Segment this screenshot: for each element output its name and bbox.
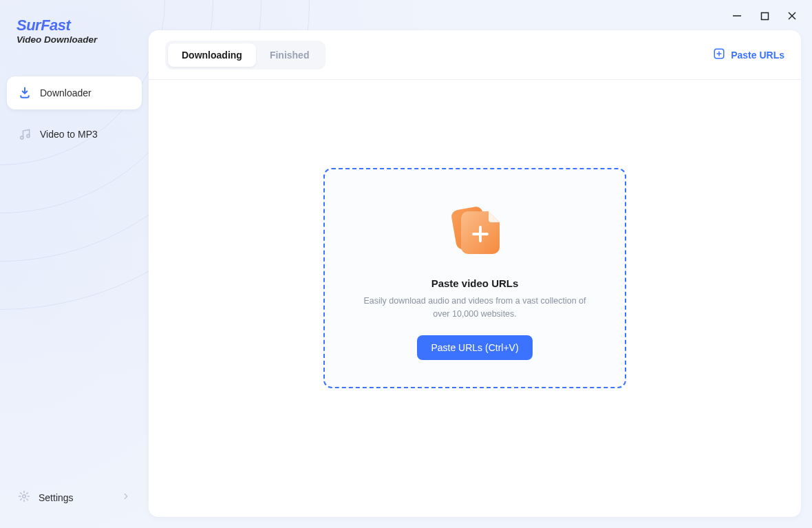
nav-list: Downloader Video to MP3 xyxy=(7,76,142,151)
minimize-icon[interactable] xyxy=(731,10,743,22)
svg-rect-1 xyxy=(761,12,768,19)
paste-urls-label: Paste URLs xyxy=(731,50,784,61)
brand-subtitle: Video Downloader xyxy=(17,34,132,45)
chevron-right-icon xyxy=(121,492,131,503)
music-note-icon xyxy=(18,127,32,141)
add-file-icon xyxy=(440,196,509,265)
tab-finished[interactable]: Finished xyxy=(256,43,323,67)
window-controls xyxy=(731,10,798,22)
content-area: Paste video URLs Easily download audio a… xyxy=(149,80,801,517)
plus-square-icon xyxy=(713,47,725,62)
paste-urls-button[interactable]: Paste URLs xyxy=(713,47,784,62)
gear-icon xyxy=(18,490,30,505)
sidebar-footer: Settings xyxy=(7,479,142,517)
dropzone-title: Paste video URLs xyxy=(431,277,519,289)
settings-button[interactable]: Settings xyxy=(8,483,140,511)
tab-downloading[interactable]: Downloading xyxy=(168,43,256,67)
main-panel: Downloading Finished Paste URLs xyxy=(149,30,801,517)
svg-point-5 xyxy=(27,134,30,137)
svg-point-6 xyxy=(23,495,26,498)
maximize-icon[interactable] xyxy=(758,10,771,22)
dropzone-description: Easily download audio and videos from a … xyxy=(358,295,592,321)
svg-point-4 xyxy=(21,136,23,139)
settings-label: Settings xyxy=(39,492,74,503)
sidebar: SurFast Video Downloader Downloader Vide… xyxy=(0,0,149,528)
paste-urls-primary-button[interactable]: Paste URLs (Ctrl+V) xyxy=(417,335,532,360)
download-icon xyxy=(18,86,32,100)
brand: SurFast Video Downloader xyxy=(7,11,142,60)
sidebar-item-downloader[interactable]: Downloader xyxy=(7,76,142,109)
dropzone[interactable]: Paste video URLs Easily download audio a… xyxy=(323,168,626,388)
topbar: Downloading Finished Paste URLs xyxy=(149,30,801,80)
sidebar-item-video-to-mp3[interactable]: Video to MP3 xyxy=(7,118,142,151)
sidebar-item-label: Downloader xyxy=(40,87,92,98)
brand-title: SurFast xyxy=(17,17,132,34)
tabs: Downloading Finished xyxy=(165,41,325,70)
sidebar-item-label: Video to MP3 xyxy=(40,129,98,140)
close-icon[interactable] xyxy=(786,10,798,22)
